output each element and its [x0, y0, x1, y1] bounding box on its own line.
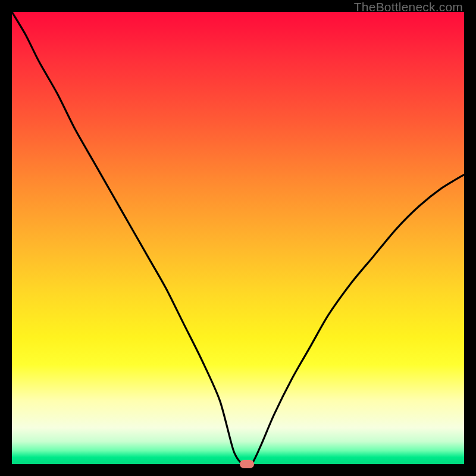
- minimum-marker-icon: [240, 460, 254, 468]
- bottleneck-curve: [12, 12, 464, 464]
- chart-frame: TheBottleneck.com: [0, 0, 476, 476]
- curve-path: [12, 12, 464, 466]
- watermark-text: TheBottleneck.com: [354, 0, 463, 14]
